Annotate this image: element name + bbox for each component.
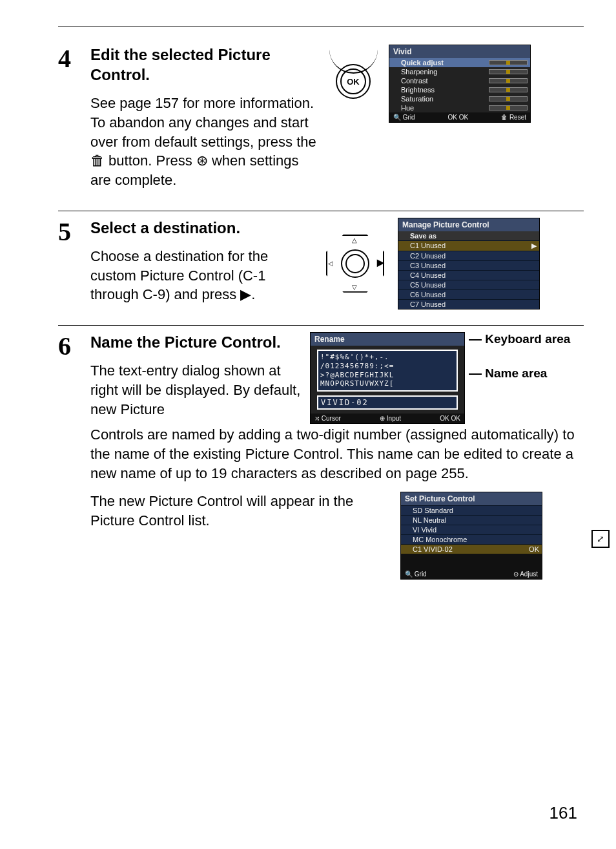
step-5: 5 Select a destination. Choose a destina… — [58, 211, 584, 325]
list-item: NL Neutral — [401, 515, 542, 525]
footer-grid: 🔍 Grid — [393, 114, 415, 121]
ok-badge: OK — [529, 545, 539, 553]
list-item: SD Standard — [401, 505, 542, 515]
menu-item: Hue — [401, 104, 414, 112]
camera-screen-title: Set Picture Control — [401, 492, 542, 505]
step-body-text: The text-entry dialog shown at right wil… — [90, 361, 303, 419]
step-body-text: Choose a destination for the custom Pict… — [90, 247, 316, 304]
camera-screen-vivid: Vivid Quick adjust Sharpening Contrast B… — [389, 45, 531, 123]
side-tab-icon: ⤢ — [591, 530, 610, 548]
menu-item: Contrast — [401, 77, 428, 85]
list-item: C7 Unused — [398, 299, 539, 309]
step-4: 4 Edit the selected Picture Control. See… — [58, 38, 584, 211]
footer-reset: 🗑 Reset — [501, 114, 526, 121]
slider-icon — [489, 78, 528, 83]
footer-ok: OK OK — [440, 415, 460, 422]
name-area: VIVID-02 — [317, 395, 458, 410]
menu-item: Sharpening — [401, 68, 437, 76]
camera-screen-rename: Rename !"#$%&'()*+,-. /0123456789:;<= >?… — [310, 332, 465, 424]
camera-screen-manage: Manage Picture Control Save as C1 Unused… — [398, 218, 540, 309]
footer-input: ⊕ Input — [380, 415, 401, 422]
footer-ok: OK OK — [448, 114, 469, 121]
list-item: C5 Unused — [398, 280, 539, 289]
menu-item: Quick adjust — [401, 59, 444, 67]
ok-button-illustration: OK — [323, 45, 381, 116]
step-title: Name the Picture Control. — [90, 332, 303, 352]
ok-icon: OK — [340, 68, 366, 94]
triangle-right-icon: ▶ — [377, 257, 384, 267]
name-area-label: Name area — [469, 366, 570, 381]
multiselector-illustration: △ ▽ ◁ ▶ — [323, 231, 387, 296]
camera-screen-title: Manage Picture Control — [398, 218, 539, 231]
step-title: Select a destination. — [90, 218, 316, 238]
keyboard-area-label: Keyboard area — [469, 332, 570, 347]
camera-screen-subtitle: Save as — [398, 231, 539, 240]
list-item: MC Monochrome — [401, 534, 542, 544]
menu-item: Saturation — [401, 95, 433, 103]
camera-screen-title: Vivid — [389, 45, 530, 58]
step-6: 6 Name the Picture Control. The text-ent… — [58, 326, 584, 591]
chevron-right-icon: ▶ — [531, 242, 537, 250]
step-body-text: See page 157 for more information. To ab… — [90, 94, 316, 189]
list-item: C4 Unused — [398, 270, 539, 280]
camera-screen-title: Rename — [311, 333, 464, 346]
camera-screen-set-picture-control: Set Picture Control SD Standard NL Neutr… — [400, 492, 542, 580]
step-number: 4 — [58, 45, 90, 72]
page-number: 161 — [549, 803, 577, 823]
slider-icon — [489, 69, 528, 74]
step-number: 5 — [58, 218, 90, 245]
slider-icon — [489, 105, 528, 110]
footer-adjust: ⊙ Adjust — [513, 571, 538, 578]
menu-item: Brightness — [401, 86, 435, 94]
list-item: C1 Unused▶ — [398, 240, 539, 251]
slider-icon — [489, 60, 528, 65]
step-number: 6 — [58, 332, 90, 359]
triangle-down-icon: ▽ — [352, 284, 357, 291]
step-body-text: Controls are named by adding a two-digit… — [90, 425, 584, 483]
list-item-selected: C1 VIVID-02OK — [401, 544, 542, 554]
slider-icon — [489, 96, 528, 101]
step-body-text: The new Picture Control will appear in t… — [90, 492, 368, 530]
list-item: VI Vivid — [401, 525, 542, 534]
keyboard-area: !"#$%&'()*+,-. /0123456789:;<= >?@ABCDEF… — [317, 350, 458, 392]
triangle-left-icon: ◁ — [328, 260, 333, 267]
slider-icon — [489, 87, 528, 92]
list-item: C2 Unused — [398, 251, 539, 260]
list-item: C6 Unused — [398, 289, 539, 299]
footer-cursor: ⤭ Cursor — [314, 415, 341, 422]
triangle-up-icon: △ — [352, 236, 357, 244]
footer-grid: 🔍 Grid — [405, 571, 427, 578]
step-title: Edit the selected Picture Control. — [90, 45, 316, 85]
list-item: C3 Unused — [398, 260, 539, 270]
